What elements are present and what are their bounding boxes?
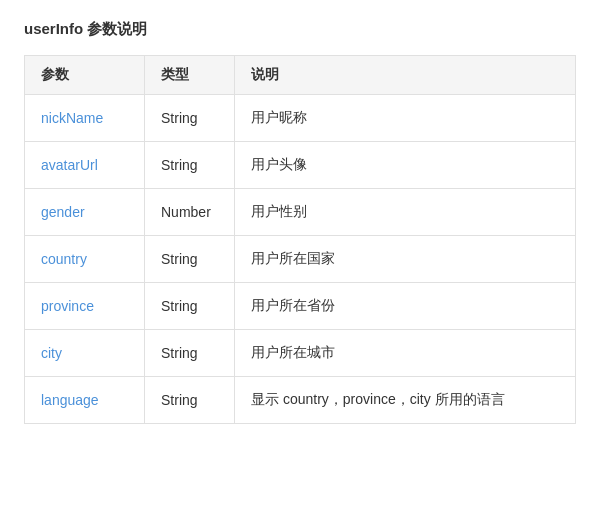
cell-param: nickName [25,95,145,142]
cell-param: avatarUrl [25,142,145,189]
cell-type: String [145,283,235,330]
cell-type: String [145,330,235,377]
table-row: languageString显示 country，province，city 所… [25,377,576,424]
cell-desc: 显示 country，province，city 所用的语言 [235,377,576,424]
cell-type: String [145,95,235,142]
cell-type: String [145,377,235,424]
table-row: nickNameString用户昵称 [25,95,576,142]
cell-type: String [145,142,235,189]
table-row: genderNumber用户性别 [25,189,576,236]
cell-param: country [25,236,145,283]
params-table: 参数 类型 说明 nickNameString用户昵称avatarUrlStri… [24,55,576,424]
cell-type: String [145,236,235,283]
table-row: cityString用户所在城市 [25,330,576,377]
cell-desc: 用户所在国家 [235,236,576,283]
header-type: 类型 [145,56,235,95]
table-header-row: 参数 类型 说明 [25,56,576,95]
header-desc: 说明 [235,56,576,95]
page-title: userInfo 参数说明 [24,20,576,39]
cell-param: language [25,377,145,424]
header-param: 参数 [25,56,145,95]
cell-desc: 用户所在城市 [235,330,576,377]
cell-desc: 用户所在省份 [235,283,576,330]
table-row: provinceString用户所在省份 [25,283,576,330]
cell-type: Number [145,189,235,236]
cell-desc: 用户性别 [235,189,576,236]
cell-param: province [25,283,145,330]
table-row: avatarUrlString用户头像 [25,142,576,189]
cell-desc: 用户昵称 [235,95,576,142]
cell-param: city [25,330,145,377]
table-row: countryString用户所在国家 [25,236,576,283]
cell-param: gender [25,189,145,236]
cell-desc: 用户头像 [235,142,576,189]
